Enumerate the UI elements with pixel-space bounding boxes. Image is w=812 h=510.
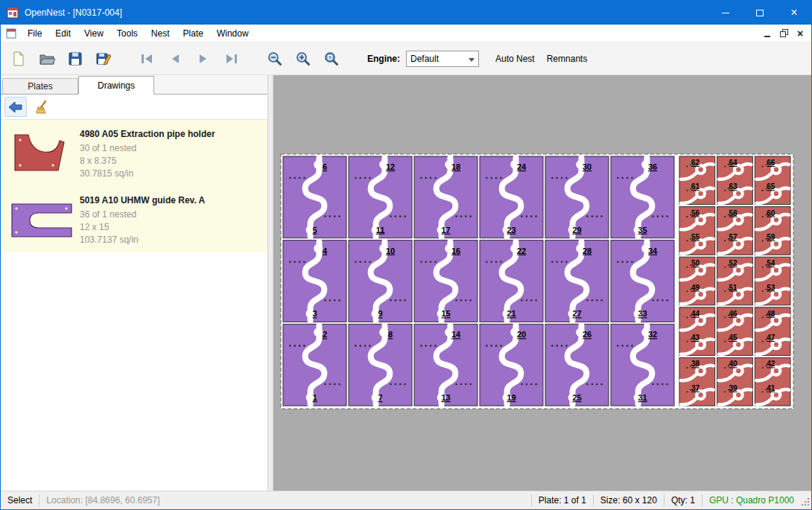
part-thumbnail — [4, 126, 80, 180]
purple-part-pair[interactable]: 2625 — [545, 324, 609, 406]
zoom-out-button[interactable] — [263, 46, 287, 71]
menu-plate[interactable]: Plate — [177, 25, 210, 42]
purple-part-pair[interactable]: 3231 — [611, 324, 674, 406]
side-panel: Plates Drawings — [1, 75, 267, 491]
purple-part-pair[interactable]: 65 — [283, 156, 346, 238]
red-part-pair[interactable]: 5049 — [679, 257, 715, 305]
send-to-nest-button[interactable] — [4, 97, 27, 117]
svg-text:61: 61 — [691, 182, 700, 191]
purple-part-pair[interactable]: 2827 — [545, 240, 609, 322]
red-part-pair[interactable]: 4443 — [679, 307, 715, 356]
red-part-pair[interactable]: 5857 — [717, 207, 753, 255]
gpu-indicator: GPU : Quadro P1000 — [702, 495, 801, 506]
new-file-icon — [10, 51, 27, 67]
drawings-list: 4980 A05 Extraction pipe holder 30 of 1 … — [1, 120, 267, 252]
menu-view[interactable]: View — [77, 25, 110, 42]
open-button[interactable] — [35, 46, 59, 71]
red-part-pair[interactable]: 4847 — [755, 307, 790, 356]
red-part-pair[interactable]: 4645 — [717, 307, 753, 356]
purple-part-pair[interactable]: 1615 — [414, 240, 478, 322]
resize-grip[interactable] — [801, 493, 811, 508]
purple-part-pair[interactable]: 43 — [283, 240, 346, 322]
tab-plates[interactable]: Plates — [2, 78, 78, 94]
svg-text:42: 42 — [767, 360, 775, 368]
red-part-pair[interactable]: 6665 — [755, 156, 790, 205]
menu-edit[interactable]: Edit — [48, 25, 77, 42]
purple-part-pair[interactable]: 109 — [349, 240, 412, 322]
plate-count: Plate: 1 of 1 — [532, 495, 593, 506]
purple-part-pair[interactable]: 1817 — [414, 156, 478, 238]
save-button[interactable] — [63, 46, 87, 71]
list-item[interactable]: 4980 A05 Extraction pipe holder 30 of 1 … — [1, 120, 267, 186]
purple-part-pair[interactable]: 2423 — [480, 156, 543, 238]
main-toolbar: Engine: Default Auto Nest Remnants — [1, 42, 811, 75]
next-arrow-icon — [195, 51, 212, 67]
purple-part-pair[interactable]: 3433 — [611, 240, 674, 322]
purple-part-pair[interactable]: 3635 — [611, 156, 674, 238]
part-title: 5019 A10 UHMW guide Rev. A — [80, 195, 205, 205]
zoom-in-button[interactable] — [291, 46, 315, 71]
red-part-pair[interactable]: 5655 — [679, 207, 715, 255]
last-plate-button[interactable] — [220, 46, 244, 71]
svg-text:62: 62 — [691, 159, 700, 167]
new-button[interactable] — [7, 46, 31, 71]
engine-select[interactable]: Default — [406, 51, 479, 67]
clear-button[interactable] — [31, 97, 54, 117]
purple-part-pair[interactable]: 2019 — [480, 324, 543, 406]
minimize-button[interactable] — [708, 1, 743, 25]
svg-text:33: 33 — [638, 309, 647, 318]
purple-part-pair[interactable]: 1211 — [349, 156, 412, 238]
panel-splitter[interactable] — [267, 75, 273, 491]
menu-window[interactable]: Window — [210, 25, 256, 42]
red-part-pair[interactable]: 5251 — [717, 257, 753, 305]
previous-plate-button[interactable] — [163, 46, 187, 71]
menu-tools[interactable]: Tools — [110, 25, 145, 42]
part-size: 8 x 8.375 — [80, 155, 215, 168]
svg-text:65: 65 — [767, 182, 775, 191]
plate-view[interactable]: 6512111817242330293635431091615222128273… — [273, 75, 811, 491]
menu-file[interactable]: File — [21, 25, 48, 42]
previous-arrow-icon — [167, 51, 183, 67]
remnants-button[interactable]: Remnants — [547, 54, 588, 64]
next-plate-button[interactable] — [191, 46, 215, 71]
red-part-pair[interactable]: 6059 — [755, 207, 790, 255]
menu-nest[interactable]: Nest — [145, 25, 177, 42]
mdi-minimize-button[interactable] — [759, 26, 775, 41]
chevron-down-icon — [469, 58, 475, 62]
red-part-pair[interactable]: 6261 — [679, 156, 715, 205]
purple-part-pair[interactable]: 3029 — [545, 156, 609, 238]
svg-text:47: 47 — [767, 334, 775, 342]
red-part-pair[interactable]: 6463 — [717, 156, 753, 205]
purple-part-pair[interactable]: 87 — [349, 324, 412, 406]
zoom-fit-button[interactable] — [320, 46, 343, 71]
nest-canvas[interactable]: 6512111817242330293635431091615222128273… — [273, 75, 811, 491]
grip-dots-icon — [801, 497, 810, 506]
svg-text:46: 46 — [729, 310, 738, 318]
mdi-restore-button[interactable] — [775, 26, 792, 41]
svg-text:24: 24 — [517, 162, 527, 171]
save-as-button[interactable] — [92, 46, 115, 71]
mdi-close-button[interactable]: × — [792, 26, 808, 41]
uhmw-guide-shape — [7, 198, 76, 241]
close-button[interactable]: × — [777, 1, 811, 25]
red-part-pair[interactable]: 3837 — [679, 357, 715, 406]
part-area: 103.7137 sq/in — [80, 234, 205, 246]
purple-part-pair[interactable]: 2221 — [480, 240, 543, 322]
svg-text:6: 6 — [323, 162, 327, 171]
svg-text:17: 17 — [441, 226, 450, 235]
svg-text:48: 48 — [767, 310, 775, 318]
red-part-pair[interactable]: 4039 — [717, 357, 753, 406]
first-plate-button[interactable] — [135, 46, 159, 71]
red-part-pair[interactable]: 4241 — [755, 357, 790, 406]
maximize-button[interactable] — [743, 1, 777, 25]
red-part-pair[interactable]: 5453 — [755, 257, 790, 305]
svg-text:10: 10 — [386, 246, 395, 255]
list-item[interactable]: 5019 A10 UHMW guide Rev. A 36 of 1 neste… — [1, 186, 267, 252]
auto-nest-button[interactable]: Auto Nest — [495, 54, 535, 64]
purple-part-pair[interactable]: 1413 — [414, 324, 478, 406]
part-nested-count: 36 of 1 nested — [80, 208, 205, 221]
open-folder-icon — [39, 51, 55, 67]
tab-drawings[interactable]: Drawings — [78, 76, 154, 95]
save-icon — [67, 51, 83, 67]
purple-part-pair[interactable]: 21 — [283, 324, 346, 406]
